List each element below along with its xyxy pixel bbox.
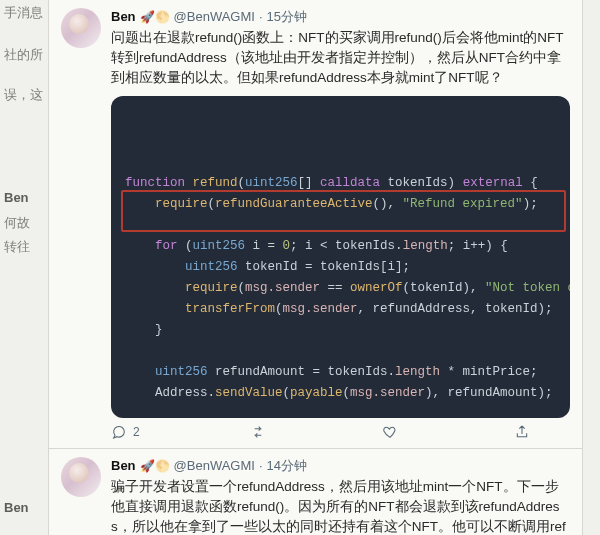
bg-text: 社的所 xyxy=(4,46,43,64)
tweet-text: 骗子开发者设置一个refundAddress，然后用该地址mint一个NFT。下… xyxy=(111,477,570,535)
author-name[interactable]: Ben xyxy=(111,457,136,475)
reply-icon xyxy=(111,424,127,440)
timestamp[interactable]: 15分钟 xyxy=(267,8,307,26)
timestamp[interactable]: 14分钟 xyxy=(267,457,307,475)
like-button[interactable] xyxy=(382,424,404,440)
tweet-text: 问题出在退款refund()函数上：NFT的买家调用refund()后会将他mi… xyxy=(111,28,570,88)
tweet-body: Ben 🚀🌕 @BenWAGMI · 15分钟 问题出在退款refund()函数… xyxy=(111,8,570,444)
code-line: } xyxy=(125,320,562,341)
heart-icon xyxy=(382,424,398,440)
code-line: for (uint256 i = 0; i < tokenIds.length;… xyxy=(125,236,562,257)
code-snippet: function refund(uint256[] calldata token… xyxy=(111,96,570,418)
retweet-button[interactable] xyxy=(250,424,272,440)
separator: · xyxy=(259,8,263,26)
author-emoji: 🚀🌕 xyxy=(140,8,170,26)
tweet-header: Ben 🚀🌕 @BenWAGMI · 15分钟 xyxy=(111,8,570,26)
code-line: require(msg.sender == ownerOf(tokenId), … xyxy=(125,278,562,299)
separator: · xyxy=(259,457,263,475)
tweet-body: Ben 🚀🌕 @BenWAGMI · 14分钟 骗子开发者设置一个refundA… xyxy=(111,457,570,535)
bg-text: 误，这 xyxy=(4,86,43,104)
tweet-actions: 2 xyxy=(111,418,570,444)
reply-count: 2 xyxy=(133,425,140,439)
author-emoji: 🚀🌕 xyxy=(140,457,170,475)
avatar[interactable] xyxy=(61,8,101,48)
tweet[interactable]: Ben 🚀🌕 @BenWAGMI · 14分钟 骗子开发者设置一个refundA… xyxy=(49,449,582,535)
code-line: uint256 tokenId = tokenIds[i]; xyxy=(125,257,562,278)
reply-button[interactable]: 2 xyxy=(111,424,140,440)
code-line: Address.sendValue(payable(msg.sender), r… xyxy=(125,383,562,404)
bg-text: 何故 xyxy=(4,214,30,232)
author-name[interactable]: Ben xyxy=(111,8,136,26)
code-line: require(refundGuaranteeActive(), "Refund… xyxy=(125,194,562,215)
tweet-feed: Ben 🚀🌕 @BenWAGMI · 15分钟 问题出在退款refund()函数… xyxy=(48,0,583,535)
avatar[interactable] xyxy=(61,457,101,497)
tweet-header: Ben 🚀🌕 @BenWAGMI · 14分钟 xyxy=(111,457,570,475)
bg-text: Ben xyxy=(4,190,29,205)
tweet[interactable]: Ben 🚀🌕 @BenWAGMI · 15分钟 问题出在退款refund()函数… xyxy=(49,0,582,449)
code-line: uint256 refundAmount = tokenIds.length *… xyxy=(125,362,562,383)
author-handle[interactable]: @BenWAGMI xyxy=(174,8,255,26)
share-icon xyxy=(514,424,530,440)
retweet-icon xyxy=(250,424,266,440)
bg-text: Ben xyxy=(4,500,29,515)
code-line: transferFrom(msg.sender, refundAddress, … xyxy=(125,299,562,320)
code-line xyxy=(125,341,562,362)
author-handle[interactable]: @BenWAGMI xyxy=(174,457,255,475)
code-line xyxy=(125,215,562,236)
bg-text: 转往 xyxy=(4,238,30,256)
share-button[interactable] xyxy=(514,424,530,440)
code-line: function refund(uint256[] calldata token… xyxy=(125,173,562,194)
